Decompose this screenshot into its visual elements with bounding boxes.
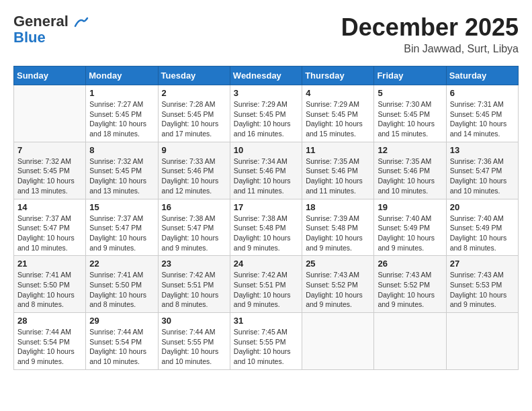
day-info: Sunrise: 7:32 AM Sunset: 5:45 PM Dayligh… [89, 156, 154, 196]
calendar-cell: 5Sunrise: 7:30 AM Sunset: 5:45 PM Daylig… [374, 85, 446, 142]
col-header-thursday: Thursday [302, 66, 374, 85]
day-info: Sunrise: 7:28 AM Sunset: 5:45 PM Dayligh… [162, 99, 226, 139]
day-info: Sunrise: 7:43 AM Sunset: 5:52 PM Dayligh… [378, 270, 442, 310]
day-number: 18 [306, 202, 370, 212]
calendar-cell: 2Sunrise: 7:28 AM Sunset: 5:45 PM Daylig… [158, 85, 230, 142]
day-number: 28 [17, 316, 82, 326]
day-info: Sunrise: 7:36 AM Sunset: 5:47 PM Dayligh… [450, 156, 515, 196]
day-number: 19 [378, 202, 442, 212]
calendar-week-row: 14Sunrise: 7:37 AM Sunset: 5:47 PM Dayli… [14, 199, 519, 256]
day-info: Sunrise: 7:45 AM Sunset: 5:55 PM Dayligh… [234, 327, 298, 367]
calendar-cell: 24Sunrise: 7:42 AM Sunset: 5:51 PM Dayli… [230, 256, 302, 313]
col-header-wednesday: Wednesday [230, 66, 302, 85]
calendar-cell: 16Sunrise: 7:38 AM Sunset: 5:47 PM Dayli… [158, 199, 230, 256]
day-number: 7 [17, 145, 82, 155]
day-number: 5 [378, 88, 442, 98]
day-number: 4 [306, 88, 370, 98]
day-number: 25 [306, 259, 370, 269]
page-header: General Blue December 2025 Bin Jawwad, S… [13, 13, 519, 55]
calendar-cell: 28Sunrise: 7:44 AM Sunset: 5:54 PM Dayli… [14, 313, 86, 370]
calendar-cell: 30Sunrise: 7:44 AM Sunset: 5:55 PM Dayli… [158, 313, 230, 370]
day-info: Sunrise: 7:43 AM Sunset: 5:52 PM Dayligh… [306, 270, 370, 310]
day-number: 22 [89, 259, 154, 269]
day-number: 26 [378, 259, 442, 269]
calendar-week-row: 7Sunrise: 7:32 AM Sunset: 5:45 PM Daylig… [14, 142, 519, 199]
day-number: 8 [89, 145, 154, 155]
calendar-cell: 27Sunrise: 7:43 AM Sunset: 5:53 PM Dayli… [446, 256, 518, 313]
day-info: Sunrise: 7:31 AM Sunset: 5:45 PM Dayligh… [450, 99, 515, 139]
day-info: Sunrise: 7:44 AM Sunset: 5:55 PM Dayligh… [162, 327, 226, 367]
day-number: 3 [234, 88, 298, 98]
day-info: Sunrise: 7:42 AM Sunset: 5:51 PM Dayligh… [162, 270, 226, 310]
calendar-cell: 21Sunrise: 7:41 AM Sunset: 5:50 PM Dayli… [14, 256, 86, 313]
day-number: 30 [162, 316, 226, 326]
day-info: Sunrise: 7:33 AM Sunset: 5:46 PM Dayligh… [162, 156, 226, 196]
calendar-cell: 9Sunrise: 7:33 AM Sunset: 5:46 PM Daylig… [158, 142, 230, 199]
day-info: Sunrise: 7:41 AM Sunset: 5:50 PM Dayligh… [17, 270, 82, 310]
day-number: 14 [17, 202, 82, 212]
calendar-cell [14, 85, 86, 142]
title-block: December 2025 Bin Jawwad, Surt, Libya [341, 13, 519, 55]
calendar-cell: 25Sunrise: 7:43 AM Sunset: 5:52 PM Dayli… [302, 256, 374, 313]
col-header-saturday: Saturday [446, 66, 518, 85]
calendar-cell: 29Sunrise: 7:44 AM Sunset: 5:54 PM Dayli… [86, 313, 158, 370]
day-number: 16 [162, 202, 226, 212]
day-info: Sunrise: 7:38 AM Sunset: 5:48 PM Dayligh… [234, 214, 298, 253]
day-number: 6 [450, 88, 515, 98]
calendar-cell: 20Sunrise: 7:40 AM Sunset: 5:49 PM Dayli… [446, 199, 518, 256]
calendar-cell [374, 313, 446, 370]
calendar-cell: 6Sunrise: 7:31 AM Sunset: 5:45 PM Daylig… [446, 85, 518, 142]
day-number: 2 [162, 88, 226, 98]
day-info: Sunrise: 7:34 AM Sunset: 5:46 PM Dayligh… [234, 156, 298, 196]
day-info: Sunrise: 7:42 AM Sunset: 5:51 PM Dayligh… [234, 270, 298, 310]
calendar-cell: 13Sunrise: 7:36 AM Sunset: 5:47 PM Dayli… [446, 142, 518, 199]
day-number: 21 [17, 259, 82, 269]
col-header-sunday: Sunday [14, 66, 86, 85]
day-number: 31 [234, 316, 298, 326]
calendar-cell: 26Sunrise: 7:43 AM Sunset: 5:52 PM Dayli… [374, 256, 446, 313]
day-info: Sunrise: 7:41 AM Sunset: 5:50 PM Dayligh… [89, 270, 154, 310]
calendar-cell: 14Sunrise: 7:37 AM Sunset: 5:47 PM Dayli… [14, 199, 86, 256]
calendar-cell: 8Sunrise: 7:32 AM Sunset: 5:45 PM Daylig… [86, 142, 158, 199]
logo-general: General [13, 13, 69, 30]
calendar-cell: 31Sunrise: 7:45 AM Sunset: 5:55 PM Dayli… [230, 313, 302, 370]
day-info: Sunrise: 7:29 AM Sunset: 5:45 PM Dayligh… [306, 99, 370, 139]
calendar-cell: 3Sunrise: 7:29 AM Sunset: 5:45 PM Daylig… [230, 85, 302, 142]
calendar-cell: 4Sunrise: 7:29 AM Sunset: 5:45 PM Daylig… [302, 85, 374, 142]
day-info: Sunrise: 7:37 AM Sunset: 5:47 PM Dayligh… [89, 214, 154, 253]
day-number: 13 [450, 145, 515, 155]
calendar-table: SundayMondayTuesdayWednesdayThursdayFrid… [13, 66, 519, 370]
day-number: 24 [234, 259, 298, 269]
month-title: December 2025 [341, 13, 519, 42]
calendar-week-row: 1Sunrise: 7:27 AM Sunset: 5:45 PM Daylig… [14, 85, 519, 142]
calendar-cell: 11Sunrise: 7:35 AM Sunset: 5:46 PM Dayli… [302, 142, 374, 199]
day-number: 11 [306, 145, 370, 155]
location-subtitle: Bin Jawwad, Surt, Libya [341, 43, 519, 55]
day-info: Sunrise: 7:29 AM Sunset: 5:45 PM Dayligh… [234, 99, 298, 139]
day-info: Sunrise: 7:39 AM Sunset: 5:48 PM Dayligh… [306, 214, 370, 253]
day-info: Sunrise: 7:35 AM Sunset: 5:46 PM Dayligh… [378, 156, 442, 196]
calendar-cell: 12Sunrise: 7:35 AM Sunset: 5:46 PM Dayli… [374, 142, 446, 199]
day-info: Sunrise: 7:37 AM Sunset: 5:47 PM Dayligh… [17, 214, 82, 253]
day-info: Sunrise: 7:44 AM Sunset: 5:54 PM Dayligh… [17, 327, 82, 367]
day-number: 12 [378, 145, 442, 155]
logo: General Blue [13, 13, 89, 46]
day-info: Sunrise: 7:38 AM Sunset: 5:47 PM Dayligh… [162, 214, 226, 253]
calendar-cell: 19Sunrise: 7:40 AM Sunset: 5:49 PM Dayli… [374, 199, 446, 256]
calendar-cell: 17Sunrise: 7:38 AM Sunset: 5:48 PM Dayli… [230, 199, 302, 256]
calendar-cell [446, 313, 518, 370]
calendar-cell: 18Sunrise: 7:39 AM Sunset: 5:48 PM Dayli… [302, 199, 374, 256]
day-info: Sunrise: 7:30 AM Sunset: 5:45 PM Dayligh… [378, 99, 442, 139]
col-header-tuesday: Tuesday [158, 66, 230, 85]
day-number: 27 [450, 259, 515, 269]
logo-blue: Blue [13, 30, 89, 46]
day-info: Sunrise: 7:27 AM Sunset: 5:45 PM Dayligh… [89, 99, 154, 139]
day-info: Sunrise: 7:35 AM Sunset: 5:46 PM Dayligh… [306, 156, 370, 196]
day-info: Sunrise: 7:44 AM Sunset: 5:54 PM Dayligh… [89, 327, 154, 367]
day-number: 17 [234, 202, 298, 212]
calendar-cell: 1Sunrise: 7:27 AM Sunset: 5:45 PM Daylig… [86, 85, 158, 142]
calendar-week-row: 28Sunrise: 7:44 AM Sunset: 5:54 PM Dayli… [14, 313, 519, 370]
calendar-week-row: 21Sunrise: 7:41 AM Sunset: 5:50 PM Dayli… [14, 256, 519, 313]
day-number: 1 [89, 88, 154, 98]
day-number: 29 [89, 316, 154, 326]
